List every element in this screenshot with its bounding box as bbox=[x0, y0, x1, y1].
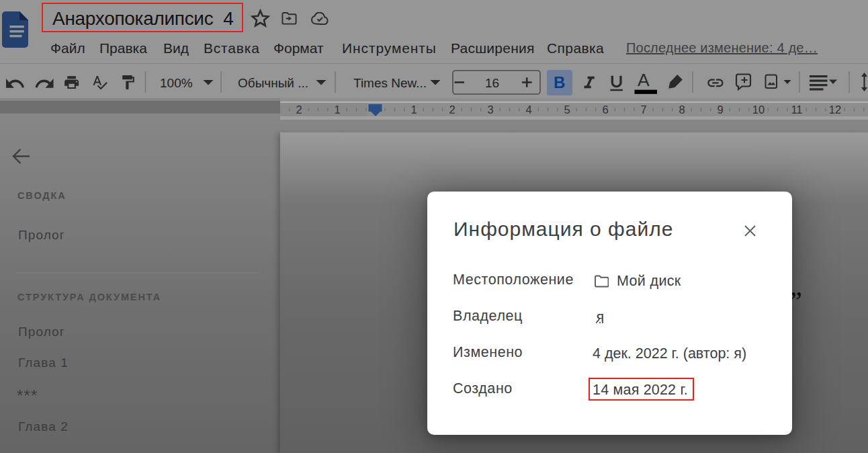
svg-text:12: 12 bbox=[829, 104, 841, 116]
svg-text:9: 9 bbox=[717, 104, 723, 116]
svg-text:3: 3 bbox=[487, 104, 493, 116]
svg-text:2: 2 bbox=[296, 104, 302, 116]
svg-text:5: 5 bbox=[564, 104, 570, 116]
svg-text:11: 11 bbox=[791, 104, 802, 116]
svg-text:7: 7 bbox=[640, 104, 646, 116]
svg-text:4: 4 bbox=[525, 104, 531, 116]
svg-text:2: 2 bbox=[449, 104, 455, 116]
svg-text:1: 1 bbox=[334, 104, 340, 116]
svg-text:6: 6 bbox=[602, 104, 608, 116]
svg-text:8: 8 bbox=[679, 104, 685, 116]
svg-text:10: 10 bbox=[752, 104, 765, 116]
svg-text:1: 1 bbox=[410, 104, 417, 116]
